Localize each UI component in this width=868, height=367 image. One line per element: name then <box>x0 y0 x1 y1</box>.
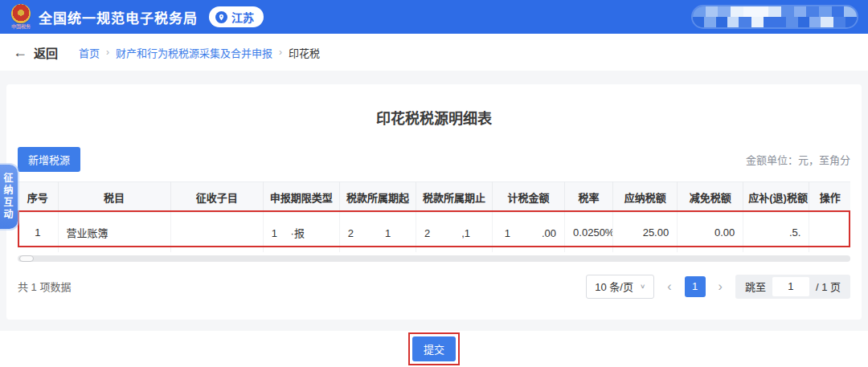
region-label: 江苏 <box>231 9 254 25</box>
breadcrumb-separator-icon: › <box>106 47 109 58</box>
cell-period-end: 2 ,1 <box>416 213 492 252</box>
interaction-side-tab[interactable]: 征纳互动 <box>0 165 18 229</box>
top-bar: 中国税务 全国统一规范电子税务局 江苏 <box>0 0 868 34</box>
submit-button[interactable]: 提交 <box>412 336 456 361</box>
content-area: 征纳互动 印花税税源明细表 新增税源 金额单位：元，至角分 序号 税目 征收子目 <box>0 71 868 331</box>
breadcrumb-collection[interactable]: 财产和行为税税源采集及合并申报 <box>116 45 272 60</box>
table-header-row: 序号 税目 征收子目 申报期限类型 税款所属期起 税款所属期止 计税金额 税率 … <box>18 182 850 213</box>
col-reduced: 减免税额 <box>678 182 743 213</box>
back-label: 返回 <box>34 44 58 61</box>
red-highlight-box-submit: 提交 <box>408 332 460 365</box>
table-row: 1 营业账簿 1 ·报 2 1 2 ,1 1 .00 0.0250% 25.00… <box>18 213 850 252</box>
page-size-value: 10 条/页 <box>595 279 633 294</box>
next-page-button[interactable]: › <box>715 280 726 293</box>
breadcrumb-separator-icon: › <box>279 47 282 58</box>
cell-tax-base: 1 .00 <box>493 213 565 252</box>
page-number-1[interactable]: 1 <box>685 276 706 297</box>
col-due: 应补(退)税额 <box>743 182 809 213</box>
cell-period-type: 1 ·报 <box>263 213 339 252</box>
tax-bureau-logo: 中国税务 <box>11 4 31 30</box>
page-title: 印花税税源明细表 <box>18 84 850 128</box>
cell-tax-item: 营业账簿 <box>58 213 170 252</box>
cell-due: .5. <box>743 213 809 252</box>
logo-caption: 中国税务 <box>11 24 31 30</box>
col-period-start: 税款所属期起 <box>339 182 416 213</box>
detail-card: 印花税税源明细表 新增税源 金额单位：元，至角分 序号 税目 征收子目 申报期限… <box>6 84 862 320</box>
table-wrap: 序号 税目 征收子目 申报期限类型 税款所属期起 税款所属期止 计税金额 税率 … <box>18 181 850 262</box>
prev-page-button[interactable]: ‹ <box>664 280 674 293</box>
jump-label: 跳至 <box>745 279 766 294</box>
cell-period-start: 2 1 <box>339 213 416 252</box>
back-arrow-icon: ← <box>13 45 27 59</box>
col-period-end: 税款所属期止 <box>416 182 492 213</box>
col-payable: 应纳税额 <box>613 182 678 213</box>
total-count-text: 共 1 项数据 <box>18 279 71 294</box>
col-rate: 税率 <box>565 182 613 213</box>
jump-to-page: 跳至 / 1 页 <box>735 275 850 299</box>
col-tax-base: 计税金额 <box>493 182 565 213</box>
page-size-select[interactable]: 10 条/页 ∨ <box>586 275 654 299</box>
col-action: 操作 <box>809 182 850 213</box>
app-title: 全国统一规范电子税务局 <box>39 7 198 27</box>
add-tax-source-button[interactable]: 新增税源 <box>18 147 80 172</box>
cell-reduced: 0.00 <box>678 213 743 252</box>
chevron-down-icon: ∨ <box>640 283 645 290</box>
redacted-user-info <box>691 5 858 29</box>
back-button[interactable]: ← 返回 <box>13 44 58 61</box>
col-seq: 序号 <box>18 182 58 213</box>
col-sub-item: 征收子目 <box>170 182 263 213</box>
jump-page-input[interactable] <box>772 277 809 296</box>
cell-seq: 1 <box>18 213 58 252</box>
cell-sub-item <box>170 213 263 252</box>
cell-payable: 25.00 <box>613 213 678 252</box>
scrollbar-thumb[interactable] <box>19 255 34 262</box>
cell-rate: 0.0250% <box>565 213 613 252</box>
breadcrumb-home[interactable]: 首页 <box>79 45 100 60</box>
mosaic-pattern <box>693 6 857 17</box>
breadcrumb-bar: ← 返回 首页 › 财产和行为税税源采集及合并申报 › 印花税 <box>0 34 868 71</box>
region-selector[interactable]: 江苏 <box>209 6 264 27</box>
national-emblem-icon <box>11 4 31 23</box>
horizontal-scrollbar[interactable] <box>18 255 850 262</box>
tax-source-table: 序号 税目 征收子目 申报期限类型 税款所属期起 税款所属期止 计税金额 税率 … <box>18 181 850 252</box>
location-pin-icon <box>215 11 227 23</box>
amount-unit-note: 金额单位：元，至角分 <box>746 152 850 167</box>
pagination: 10 条/页 ∨ ‹ 1 › 跳至 / 1 页 <box>586 275 850 299</box>
breadcrumb: 首页 › 财产和行为税税源采集及合并申报 › 印花税 <box>79 45 320 60</box>
toolbar: 新增税源 金额单位：元，至角分 <box>18 147 850 172</box>
col-period-type: 申报期限类型 <box>263 182 339 213</box>
jump-suffix: / 1 页 <box>816 279 841 294</box>
cell-action: 修改 <box>809 213 850 252</box>
submit-area: 提交 <box>0 331 868 367</box>
mosaic-pattern <box>693 17 857 27</box>
breadcrumb-current: 印花税 <box>289 45 320 60</box>
col-tax-item: 税目 <box>58 182 170 213</box>
table-footer: 共 1 项数据 10 条/页 ∨ ‹ 1 › 跳至 / 1 页 <box>18 275 850 299</box>
